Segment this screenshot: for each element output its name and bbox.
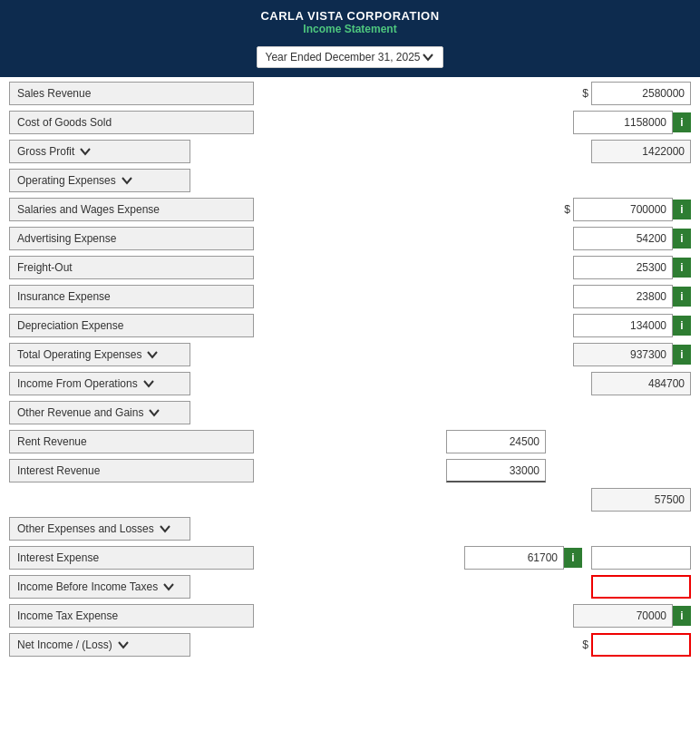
other-expenses-label[interactable]: Other Expenses and Losses [9, 517, 190, 541]
salaries-label: Salaries and Wages Expense [9, 198, 254, 221]
insurance-input[interactable]: 23800 [573, 285, 673, 308]
income-tax-info-button[interactable]: i [673, 606, 691, 626]
interest-expense-row: Interest Expense 61700 i [9, 545, 691, 570]
other-expenses-row: Other Expenses and Losses [9, 516, 691, 541]
cogs-label: Cost of Goods Sold [9, 111, 254, 134]
sales-revenue-input[interactable]: 2580000 [591, 82, 691, 105]
income-tax-row: Income Tax Expense 70000 i [9, 603, 691, 629]
net-income-chevron [116, 638, 131, 652]
depreciation-label: Depreciation Expense [9, 314, 254, 337]
total-operating-row: Total Operating Expenses 937300 i [9, 342, 691, 367]
interest-expense-info-button[interactable]: i [564, 548, 582, 568]
gross-profit-row: Gross Profit 1422000 [9, 139, 691, 164]
sales-revenue-row: Sales Revenue $ 2580000 [9, 81, 691, 106]
income-before-tax-input[interactable] [591, 575, 691, 599]
freight-out-label: Freight-Out [9, 256, 254, 279]
total-operating-input[interactable]: 937300 [573, 343, 673, 366]
chevron-down-icon [421, 50, 435, 64]
period-label: Year Ended December 31, 2025 [265, 51, 420, 63]
operating-expenses-label[interactable]: Operating Expenses [9, 169, 190, 192]
freight-out-row: Freight-Out 25300 i [9, 255, 691, 280]
depreciation-info-button[interactable]: i [673, 316, 691, 336]
income-tax-label: Income Tax Expense [9, 604, 254, 628]
salaries-input[interactable]: 700000 [573, 198, 673, 221]
net-income-dollar-sign: $ [579, 638, 591, 651]
interest-expense-label: Interest Expense [9, 546, 254, 570]
statement-title: Income Statement [0, 23, 700, 35]
salaries-row: Salaries and Wages Expense $ 700000 i [9, 197, 691, 222]
insurance-label: Insurance Expense [9, 285, 254, 308]
insurance-info-button[interactable]: i [673, 287, 691, 307]
income-before-tax-chevron [161, 580, 176, 594]
cogs-input[interactable]: 1158000 [573, 111, 673, 134]
income-before-tax-text: Income Before Income Taxes [17, 580, 158, 593]
income-from-ops-chevron [141, 376, 156, 391]
interest-revenue-label: Interest Revenue [9, 459, 254, 482]
income-statement-body: Sales Revenue $ 2580000 Cost of Goods So… [0, 77, 700, 665]
cogs-row: Cost of Goods Sold 1158000 i [9, 110, 691, 135]
income-before-tax-row: Income Before Income Taxes [9, 574, 691, 599]
net-income-text: Net Income / (Loss) [17, 638, 112, 651]
gross-profit-text: Gross Profit [17, 145, 74, 158]
interest-expense-col3[interactable]: 61700 [464, 546, 564, 570]
advertising-input[interactable]: 54200 [573, 227, 673, 250]
sales-revenue-label: Sales Revenue [9, 82, 254, 105]
interest-revenue-row: Interest Revenue 33000 [9, 458, 691, 483]
period-select[interactable]: Year Ended December 31, 2025 [257, 46, 442, 68]
interest-revenue-input[interactable]: 33000 [446, 459, 546, 482]
other-expenses-text: Other Expenses and Losses [17, 522, 154, 535]
total-operating-label[interactable]: Total Operating Expenses [9, 343, 190, 366]
sales-dollar-sign: $ [579, 87, 591, 100]
insurance-row: Insurance Expense 23800 i [9, 284, 691, 309]
total-operating-text: Total Operating Expenses [17, 348, 141, 361]
other-revenue-row: Other Revenue and Gains [9, 400, 691, 425]
advertising-label: Advertising Expense [9, 227, 254, 250]
gross-profit-chevron [78, 144, 92, 159]
rent-revenue-label: Rent Revenue [9, 430, 254, 453]
salaries-dollar-sign: $ [561, 203, 573, 216]
rent-revenue-row: Rent Revenue 24500 [9, 429, 691, 454]
income-from-ops-text: Income From Operations [17, 377, 138, 390]
income-from-ops-label[interactable]: Income From Operations [9, 372, 190, 395]
other-revenue-text: Other Revenue and Gains [17, 406, 143, 419]
operating-expenses-chevron [120, 173, 134, 188]
advertising-row: Advertising Expense 54200 i [9, 226, 691, 251]
income-before-tax-label[interactable]: Income Before Income Taxes [9, 575, 190, 599]
freight-out-input[interactable]: 25300 [573, 256, 673, 279]
other-expenses-chevron [158, 521, 172, 536]
net-income-label[interactable]: Net Income / (Loss) [9, 633, 190, 657]
depreciation-input[interactable]: 134000 [573, 314, 673, 337]
rent-revenue-input[interactable]: 24500 [446, 430, 546, 453]
income-tax-input[interactable]: 70000 [573, 604, 673, 628]
header: CARLA VISTA CORPORATION Income Statement… [0, 0, 700, 77]
gross-profit-input[interactable]: 1422000 [591, 140, 691, 163]
operating-expenses-row: Operating Expenses [9, 168, 691, 193]
gross-profit-label[interactable]: Gross Profit [9, 140, 190, 163]
income-from-ops-input[interactable]: 484700 [591, 372, 691, 395]
other-revenue-label[interactable]: Other Revenue and Gains [9, 401, 190, 424]
interest-expense-right-input[interactable] [591, 546, 691, 570]
other-revenue-chevron [147, 405, 161, 420]
other-revenue-total-row: 57500 [9, 487, 691, 512]
income-from-ops-row: Income From Operations 484700 [9, 371, 691, 396]
total-operating-chevron [145, 347, 160, 362]
freight-out-info-button[interactable]: i [673, 258, 691, 278]
net-income-input[interactable] [591, 633, 691, 657]
salaries-info-button[interactable]: i [673, 200, 691, 219]
company-name: CARLA VISTA CORPORATION [0, 9, 700, 23]
net-income-row: Net Income / (Loss) $ [9, 632, 691, 658]
depreciation-row: Depreciation Expense 134000 i [9, 313, 691, 338]
total-operating-info-button[interactable]: i [673, 345, 691, 365]
advertising-info-button[interactable]: i [673, 229, 691, 249]
other-revenue-total-input[interactable]: 57500 [591, 488, 691, 512]
cogs-info-button[interactable]: i [673, 112, 691, 132]
operating-expenses-text: Operating Expenses [17, 174, 116, 187]
